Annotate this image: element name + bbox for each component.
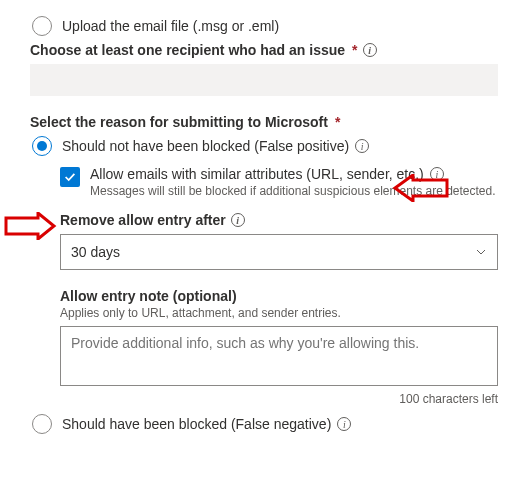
info-icon[interactable]: i [231, 213, 245, 227]
note-chars-left: 100 characters left [60, 392, 498, 406]
note-desc: Applies only to URL, attachment, and sen… [60, 306, 498, 320]
info-icon[interactable]: i [355, 139, 369, 153]
remove-after-label: Remove allow entry after [60, 212, 226, 228]
note-label: Allow entry note (optional) [60, 288, 237, 304]
info-icon[interactable]: i [337, 417, 351, 431]
recipient-input[interactable] [30, 64, 498, 96]
radio-selected-icon [32, 136, 52, 156]
allow-label: Allow emails with similar attributes (UR… [90, 166, 424, 182]
info-icon[interactable]: i [430, 167, 444, 181]
radio-upload-email-file[interactable]: Upload the email file (.msg or .eml) [30, 16, 498, 36]
radio-false-negative[interactable]: Should have been blocked (False negative… [30, 414, 498, 434]
remove-after-value: 30 days [71, 244, 120, 260]
radio-unselected-icon [32, 414, 52, 434]
remove-after-dropdown[interactable]: 30 days [60, 234, 498, 270]
recipient-label: Choose at least one recipient who had an… [30, 42, 345, 58]
radio-false-positive[interactable]: Should not have been blocked (False posi… [30, 136, 498, 156]
required-asterisk: * [352, 42, 357, 58]
required-asterisk: * [335, 114, 340, 130]
allow-desc: Messages will still be blocked if additi… [90, 184, 496, 198]
checkmark-icon [63, 170, 77, 184]
radio-upload-label: Upload the email file (.msg or .eml) [62, 18, 279, 34]
info-icon[interactable]: i [363, 43, 377, 57]
chevron-down-icon [475, 246, 487, 258]
annotation-arrow-right [4, 212, 60, 240]
note-textarea[interactable] [60, 326, 498, 386]
reason-label: Select the reason for submitting to Micr… [30, 114, 328, 130]
radio-false-negative-label: Should have been blocked (False negative… [62, 416, 331, 432]
radio-unselected-icon [32, 16, 52, 36]
allow-checkbox[interactable] [60, 167, 80, 187]
radio-false-positive-label: Should not have been blocked (False posi… [62, 138, 349, 154]
